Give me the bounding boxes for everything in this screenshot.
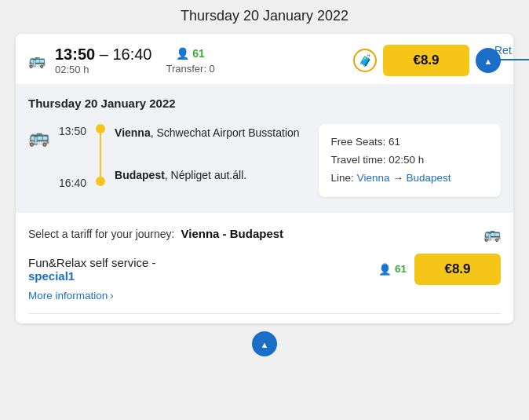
- price-button-top[interactable]: €8.9: [383, 45, 469, 76]
- luggage-icon: 🧳: [353, 49, 377, 72]
- stops-col: Vienna, Schwechat Airport Busstation Bud…: [115, 122, 300, 182]
- line-to-link[interactable]: Budapest: [406, 172, 451, 184]
- right-side-element: Ret: [494, 43, 529, 60]
- summary-row: 🚌 13:50 – 16:40 02:50 h 👤 61 Transfer: 0…: [16, 34, 513, 84]
- main-card: 🚌 13:50 – 16:40 02:50 h 👤 61 Transfer: 0…: [16, 34, 513, 323]
- detail-section: Thursday 20 January 2022 🚌 13:50 16:40 V…: [16, 84, 513, 213]
- transfer-label: Transfer: 0: [166, 63, 214, 75]
- tariff-name-block: Fun&Relax self service - special1: [28, 256, 370, 283]
- seats-count-summary: 👤 61: [176, 47, 204, 60]
- tariff-sub-name: special1: [28, 269, 370, 283]
- dot-bottom: [96, 177, 105, 186]
- journey-label: Vienna - Budapest: [181, 227, 284, 240]
- page-title: Thursday 20 January 2022: [0, 0, 529, 34]
- duration-label: 02:50 h: [55, 64, 151, 75]
- ret-text: Ret: [494, 44, 512, 57]
- time-range-label: 13:50 – 16:40: [55, 46, 151, 64]
- tariff-row: Fun&Relax self service - special1 👤 61 €…: [28, 254, 501, 285]
- detail-date: Thursday 20 January 2022: [28, 97, 501, 110]
- route-line: [96, 124, 105, 186]
- times-col: 13:50 16:40: [59, 122, 86, 188]
- more-info-link[interactable]: More information ›: [28, 290, 114, 301]
- more-info-text: More information: [28, 290, 108, 301]
- tariff-seats: 👤 61: [378, 263, 407, 276]
- line-arrow: →: [392, 172, 403, 184]
- chevron-up-icon-bottom: [261, 337, 269, 351]
- tariff-section: Select a tariff for your journey: Vienna…: [16, 213, 513, 323]
- seats-transfer-block: 👤 61 Transfer: 0: [166, 47, 214, 75]
- arrival-stop: Budapest, Népliget aut.áll.: [115, 168, 300, 182]
- time-block: 13:50 – 16:40 02:50 h: [55, 46, 151, 75]
- divider-bottom: [28, 313, 501, 314]
- line-info: Line: Vienna → Budapest: [331, 170, 488, 188]
- departure-stop: Vienna, Schwechat Airport Busstation: [115, 126, 300, 140]
- tariff-seats-count: 61: [395, 263, 407, 275]
- select-tariff-label: Select a tariff for your journey:: [28, 228, 175, 240]
- arrival-time-detail: 16:40: [59, 177, 86, 188]
- bus-icon-detail: 🚌: [28, 127, 49, 148]
- free-seats: Free Seats: 61: [331, 133, 488, 152]
- collapse-button-bottom[interactable]: [252, 331, 277, 356]
- person-icon-tariff: 👤: [378, 263, 392, 276]
- line-segment: [100, 133, 101, 177]
- bus-icon-summary: 🚌: [28, 52, 46, 69]
- line-from-link[interactable]: Vienna: [357, 172, 390, 184]
- arrival-time: 16:40: [112, 46, 151, 63]
- price-button-tariff[interactable]: €8.9: [414, 254, 501, 285]
- departure-time-detail: 13:50: [59, 126, 86, 137]
- chevron-up-icon: [484, 53, 493, 68]
- travel-time: Travel time: 02:50 h: [331, 152, 488, 170]
- dot-top: [96, 124, 105, 133]
- route-row: 🚌 13:50 16:40 Vienna, Schwechat Airport …: [28, 122, 501, 197]
- tariff-main-name: Fun&Relax self service -: [28, 256, 370, 269]
- more-info-arrow-icon: ›: [110, 290, 114, 301]
- tariff-header: Select a tariff for your journey: Vienna…: [28, 225, 501, 243]
- info-box: Free Seats: 61 Travel time: 02:50 h Line…: [319, 124, 501, 197]
- departure-time: 13:50: [55, 46, 95, 63]
- bus-icon-tariff: 🚌: [483, 225, 501, 243]
- dash: –: [95, 46, 112, 63]
- bottom-btn-row: [0, 323, 529, 356]
